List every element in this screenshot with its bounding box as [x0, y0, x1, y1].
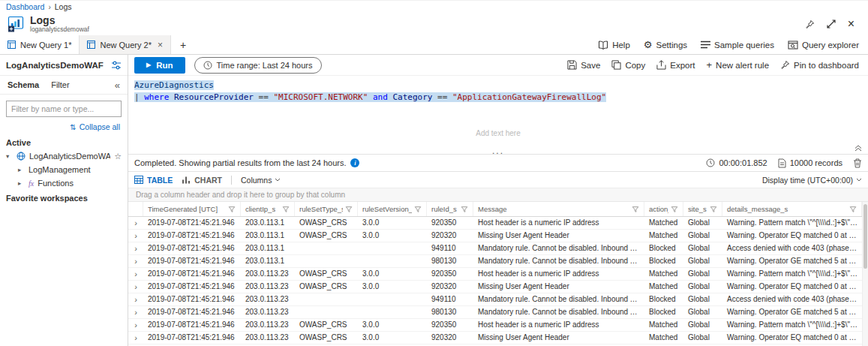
- cell: [358, 306, 427, 318]
- maximize-icon[interactable]: [827, 20, 836, 29]
- columns-dropdown[interactable]: Columns: [241, 176, 281, 185]
- filter-icon[interactable]: [345, 206, 353, 213]
- filter-icon[interactable]: [849, 206, 857, 213]
- table-row[interactable]: ›2019-07-08T21:45:21.946203.0.113.23OWAS…: [128, 281, 862, 293]
- favorite-workspaces-label: Favorite workspaces: [0, 190, 128, 205]
- query-editor[interactable]: AzureDiagnostics| where ResourceProvider…: [128, 76, 868, 154]
- table-row[interactable]: ›2019-07-08T21:45:21.946203.0.113.23OWAS…: [128, 332, 862, 344]
- collapse-sidebar-icon[interactable]: «: [115, 80, 120, 91]
- sample-queries-button[interactable]: Sample queries: [701, 41, 774, 50]
- status-message: Completed. Showing partial results from …: [134, 158, 346, 167]
- time-range-picker[interactable]: Time range: Last 24 hours: [194, 57, 322, 74]
- tab-filter[interactable]: Filter: [51, 80, 69, 89]
- column-header-rulesettype-s[interactable]: ruleSetType_s: [295, 202, 358, 216]
- trash-icon[interactable]: [853, 158, 862, 168]
- chevron-down-icon[interactable]: ▾: [6, 152, 13, 160]
- column-label: details_message_s: [727, 205, 788, 213]
- column-header-rulesetversion-s[interactable]: ruleSetVersion_s: [358, 202, 427, 216]
- column-header-details-message-s[interactable]: details_message_s: [722, 202, 862, 216]
- row-expand-icon[interactable]: ›: [128, 306, 143, 318]
- filter-icon[interactable]: [671, 206, 678, 213]
- info-icon[interactable]: i: [350, 158, 359, 167]
- cell: Global: [683, 217, 722, 229]
- table-row[interactable]: ›2019-07-08T21:45:21.946203.0.113.239801…: [128, 306, 862, 319]
- row-expand-icon[interactable]: ›: [128, 332, 143, 344]
- vertical-scrollbar[interactable]: [862, 202, 868, 346]
- run-button[interactable]: ▶ Run: [134, 57, 185, 74]
- row-expand-icon[interactable]: ›: [128, 319, 143, 331]
- filter-icon[interactable]: [710, 206, 717, 213]
- row-expand-icon[interactable]: ›: [128, 230, 143, 242]
- column-header-action-s[interactable]: action_s: [644, 202, 683, 216]
- cell: Host header is a numeric IP address: [473, 268, 644, 280]
- chart-view-toggle[interactable]: CHART: [182, 176, 222, 185]
- tree-item-log-management[interactable]: ▸ LogManagement: [0, 163, 128, 176]
- tree-item-workspace[interactable]: ▾ LogAnalyticsDemoWAF ☆: [0, 149, 128, 163]
- filter-icon[interactable]: [282, 206, 290, 213]
- function-fx-icon: fx: [29, 179, 34, 188]
- row-expand-icon[interactable]: ›: [128, 281, 143, 293]
- cell: Matched: [644, 332, 683, 344]
- tab-new-query-2[interactable]: New Query 2* ×: [80, 35, 171, 54]
- add-text-hint[interactable]: Add text here: [128, 129, 868, 137]
- table-row[interactable]: ›2019-07-08T21:45:21.946203.0.113.23OWAS…: [128, 319, 862, 332]
- table-view-toggle[interactable]: TABLE: [134, 176, 173, 185]
- settings-button[interactable]: ⚙ Settings: [644, 40, 687, 50]
- collapse-editor-icon[interactable]: [854, 145, 862, 152]
- scrollbar-thumb[interactable]: [863, 204, 867, 269]
- display-time-dropdown[interactable]: Display time (UTC+00:00): [762, 176, 862, 185]
- editor-splitter-handle[interactable]: ...: [128, 147, 868, 154]
- table-row[interactable]: ›2019-07-08T21:45:21.946203.0.113.1OWASP…: [128, 217, 862, 230]
- group-by-bar[interactable]: Drag a column header and drop it here to…: [128, 188, 868, 202]
- table-row[interactable]: ›2019-07-08T21:45:21.946203.0.113.23OWAS…: [128, 268, 862, 281]
- row-expand-icon[interactable]: ›: [128, 293, 143, 305]
- schema-search-input[interactable]: [6, 101, 122, 117]
- row-expand-icon[interactable]: ›: [128, 268, 143, 280]
- tab-close-icon[interactable]: ×: [158, 40, 163, 50]
- code-line[interactable]: | where ResourceProvider == "MICROSOFT.N…: [134, 92, 868, 104]
- chevron-right-icon[interactable]: ▸: [18, 166, 25, 173]
- filter-icon[interactable]: [461, 206, 468, 213]
- tab-new-query-1[interactable]: New Query 1*: [0, 35, 80, 54]
- filter-icon[interactable]: [632, 206, 639, 213]
- scope-settings-icon[interactable]: [111, 61, 122, 70]
- query-code[interactable]: AzureDiagnostics| where ResourceProvider…: [134, 80, 868, 104]
- chevron-down-icon: [856, 178, 862, 182]
- column-header-site-s[interactable]: site_s: [683, 202, 722, 216]
- chevron-right-icon[interactable]: ▸: [18, 179, 25, 187]
- close-icon[interactable]: ×: [848, 18, 854, 30]
- new-alert-rule-button[interactable]: + New alert rule: [707, 60, 770, 70]
- favorite-star-icon[interactable]: ☆: [114, 152, 122, 161]
- copy-button[interactable]: Copy: [611, 60, 645, 70]
- help-button[interactable]: Help: [598, 41, 630, 50]
- breadcrumb-dashboard-link[interactable]: Dashboard: [6, 2, 44, 11]
- query-explorer-button[interactable]: Query explorer: [788, 41, 859, 50]
- table-row[interactable]: ›2019-07-08T21:45:21.946203.0.113.239491…: [128, 293, 862, 306]
- column-header-timegenerated-utc[interactable]: TimeGenerated [UTC]: [143, 202, 241, 216]
- pin-to-dashboard-button[interactable]: Pin to dashboard: [780, 60, 859, 70]
- row-expand-icon[interactable]: ›: [128, 217, 143, 229]
- column-header-ruleid-s[interactable]: ruleId_s: [427, 202, 473, 216]
- cell: Matched: [644, 217, 683, 229]
- elapsed-time-value: 00:00:01.852: [719, 158, 767, 167]
- filter-icon[interactable]: [414, 206, 422, 213]
- export-button[interactable]: Export: [656, 60, 695, 70]
- code-line[interactable]: AzureDiagnostics: [134, 80, 868, 92]
- tree-item-functions[interactable]: ▸ fx Functions: [0, 176, 128, 190]
- pin-icon[interactable]: [805, 20, 815, 29]
- filter-icon[interactable]: [228, 206, 236, 213]
- new-query-tab-button[interactable]: +: [171, 35, 195, 54]
- row-expand-icon[interactable]: ›: [128, 255, 143, 267]
- cell: [295, 242, 358, 254]
- cell: OWASP_CRS: [295, 268, 358, 280]
- column-header-message[interactable]: Message: [473, 202, 644, 216]
- collapse-all-button[interactable]: ⇅ Collapse all: [0, 119, 128, 134]
- table-row[interactable]: ›2019-07-08T21:45:21.946203.0.113.194911…: [128, 242, 862, 255]
- save-button[interactable]: Save: [567, 60, 600, 70]
- tab-schema[interactable]: Schema: [8, 80, 39, 89]
- row-expand-icon[interactable]: ›: [128, 242, 143, 254]
- table-row[interactable]: ›2019-07-08T21:45:21.946203.0.113.1OWASP…: [128, 230, 862, 242]
- column-label: clientIp_s: [245, 205, 275, 213]
- table-row[interactable]: ›2019-07-08T21:45:21.946203.0.113.198013…: [128, 255, 862, 268]
- column-header-clientip-s[interactable]: clientIp_s: [241, 202, 295, 216]
